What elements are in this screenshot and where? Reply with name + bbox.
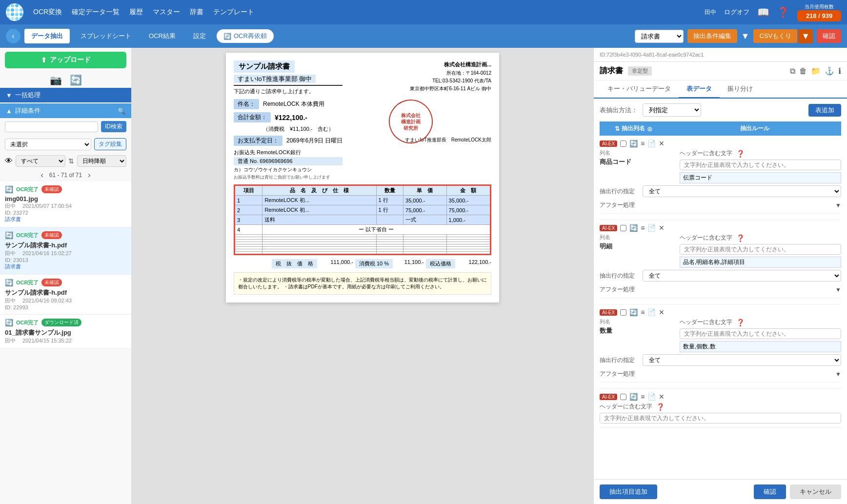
delete-icon-btn[interactable]: 🗑 xyxy=(799,67,807,76)
ai-refresh-btn-1[interactable]: 🔄 xyxy=(629,224,638,232)
id-search-input[interactable] xyxy=(5,121,98,132)
ai-refresh-btn-3[interactable]: 🔄 xyxy=(629,393,638,401)
extract-select-2[interactable]: 全て xyxy=(643,354,841,366)
tab-distribution[interactable]: 振り分け xyxy=(720,81,761,99)
ai-close-btn-1[interactable]: ✕ xyxy=(659,224,665,232)
info-icon-btn[interactable]: ℹ xyxy=(838,66,841,76)
ai-close-btn-2[interactable]: ✕ xyxy=(659,308,665,316)
nav-history[interactable]: 履歴 xyxy=(129,8,143,17)
tab-ocr-result[interactable]: OCR結果 xyxy=(142,29,182,43)
page-next-btn[interactable]: › xyxy=(88,171,90,180)
ai-checkbox-3[interactable] xyxy=(620,394,626,400)
tab-spreadsheet[interactable]: スプレッドシート xyxy=(74,29,138,43)
ai-doc-btn-2[interactable]: 📄 xyxy=(647,308,656,316)
id-search-btn[interactable]: ID検索 xyxy=(101,121,126,132)
nav-template[interactable]: テンプレート xyxy=(213,8,254,17)
tab-table-data[interactable]: 表データ xyxy=(679,81,720,99)
doc-page: サンプル請求書 すまいIoT推進事業部 御中 下記の通りご請求申し上げます。 件… xyxy=(226,53,499,302)
table-row: 2 RemoteLOCK 初... 1 行 75,000.- 75,000.- xyxy=(235,205,491,215)
anchor-icon-btn[interactable]: ⚓ xyxy=(825,66,834,76)
add-extract-btn[interactable]: 抽出項目追加 xyxy=(600,484,657,499)
edit-condition-dropdown[interactable]: ▼ xyxy=(741,31,750,41)
view-all-select[interactable]: すべて xyxy=(16,155,65,167)
nav-ocr[interactable]: OCR変換 xyxy=(33,8,62,17)
ai-refresh-btn-2[interactable]: 🔄 xyxy=(629,308,638,316)
col-name-0: 商品コード xyxy=(600,158,678,166)
help-btn-1[interactable]: ❓ xyxy=(736,234,745,242)
refresh-icon-btn[interactable]: 🔄 xyxy=(70,74,82,86)
add-col-btn[interactable]: ⊕ xyxy=(647,125,653,133)
header-input-0[interactable] xyxy=(680,160,841,170)
doc-name-3: サンプル請求書-h.pdf xyxy=(5,288,126,297)
doc-item[interactable]: 🔄 OCR完了 未確認 img001.jpg 田中 2021/05/07 17:… xyxy=(0,181,131,227)
extract-select-1[interactable]: 全て xyxy=(643,270,841,282)
ai-list-btn-0[interactable]: ≡ xyxy=(641,140,645,147)
ai-list-btn-3[interactable]: ≡ xyxy=(641,393,645,401)
right-tabs: キー・バリューデータ 表データ 振り分け xyxy=(594,81,847,99)
invoice-bank-kana: カ）コウゾウケイカクケンキュウシ xyxy=(234,166,343,173)
logo xyxy=(6,3,23,21)
template-selector[interactable]: 請求書 xyxy=(635,30,684,43)
after-process-0[interactable]: アフター処理 ▼ xyxy=(600,199,841,211)
help-btn-2[interactable]: ❓ xyxy=(736,319,745,326)
edit-condition-btn[interactable]: 抽出条件編集 xyxy=(687,29,737,43)
help-btn-3[interactable]: ❓ xyxy=(656,403,665,411)
header-input-1[interactable] xyxy=(680,244,841,255)
doc-id: ID: 23272 xyxy=(5,210,126,216)
sort-select[interactable]: 日時降順 xyxy=(77,155,127,167)
ai-close-btn-3[interactable]: ✕ xyxy=(659,393,665,401)
logout-btn[interactable]: ログオフ xyxy=(724,8,749,17)
page-prev-btn[interactable]: ‹ xyxy=(40,171,43,180)
after-process-1[interactable]: アフター処理 ▼ xyxy=(600,283,841,296)
book-icon[interactable]: 📖 xyxy=(757,6,769,18)
ai-checkbox-0[interactable] xyxy=(620,141,626,147)
csv-btn[interactable]: CSVもくり xyxy=(753,29,797,43)
upload-btn[interactable]: ⬆ アップロード xyxy=(5,52,126,68)
ai-refresh-btn-0[interactable]: 🔄 xyxy=(629,140,638,147)
col-name-label-2: 列名 xyxy=(600,318,678,325)
footer-cancel-btn[interactable]: キャンセル xyxy=(790,484,841,499)
add-table-btn[interactable]: 表追加 xyxy=(808,104,841,117)
ai-close-btn-0[interactable]: ✕ xyxy=(659,140,665,147)
status-select[interactable]: 未選択 xyxy=(5,139,91,150)
extract-method-select[interactable]: 列指定 xyxy=(643,103,701,117)
nav-master[interactable]: マスター xyxy=(153,8,180,17)
tab-data-extract[interactable]: データ抽出 xyxy=(24,29,70,43)
tab-key-value[interactable]: キー・バリューデータ xyxy=(600,81,679,99)
doc-meta-4: 田中 2021/04/15 15:35:22 xyxy=(5,337,126,344)
confirm-btn[interactable]: 確認 xyxy=(817,29,841,43)
header-input-3[interactable] xyxy=(600,413,841,423)
ai-checkbox-1[interactable] xyxy=(620,225,626,231)
header-input-2[interactable] xyxy=(680,328,841,339)
help-btn-0[interactable]: ❓ xyxy=(736,150,745,158)
ai-doc-btn-3[interactable]: 📄 xyxy=(647,393,656,401)
help-icon[interactable]: ❓ xyxy=(777,6,789,18)
folder-icon-btn[interactable]: 📁 xyxy=(811,66,821,76)
ai-list-btn-1[interactable]: ≡ xyxy=(641,224,645,232)
doc-item-4[interactable]: 🔄 OCR完了 ダウンロード済 01_請求書サンプル.jpg 田中 2021/0… xyxy=(0,315,131,349)
table-row: 1 RemoteLOCK 初... 1 行 35,000.- 35,000.- xyxy=(235,196,491,205)
tag-filter-btn[interactable]: タグ絞集 xyxy=(94,138,126,150)
ai-list-btn-2[interactable]: ≡ xyxy=(641,308,645,316)
doc-name-4: 01_請求書サンプル.jpg xyxy=(5,328,126,337)
ai-checkbox-2[interactable] xyxy=(620,309,626,316)
doc-item-selected[interactable]: 🔄 OCR完了 未確認 サンプル請求書-h.pdf 田中 2021/04/16 … xyxy=(0,227,131,275)
nav-confirmed-data[interactable]: 確定データ一覧 xyxy=(72,8,120,17)
bulk-section[interactable]: ▼ 一括処理 xyxy=(0,88,131,102)
copy-icon-btn[interactable]: ⧉ xyxy=(790,67,795,76)
tab-settings[interactable]: 設定 xyxy=(186,29,213,43)
extract-select-0[interactable]: 全て xyxy=(643,185,841,197)
ai-doc-btn-1[interactable]: 📄 xyxy=(647,224,656,232)
template-name-row: 請求書 非定型 ⧉ 🗑 📁 ⚓ ℹ xyxy=(594,62,847,81)
nav-dictionary[interactable]: 辞書 xyxy=(190,8,203,17)
footer-confirm-btn[interactable]: 確認 xyxy=(754,484,786,499)
back-btn[interactable]: ‹ xyxy=(6,29,20,43)
ocr-redo-btn[interactable]: 🔄OCR再依頼 xyxy=(217,29,274,43)
after-process-2[interactable]: アフター処理 ▼ xyxy=(600,368,841,380)
extract-method-label: 表抽出方法： xyxy=(600,106,638,115)
doc-item-3[interactable]: 🔄 OCR完了 未確認 サンプル請求書-h.pdf 田中 2021/04/16 … xyxy=(0,275,131,315)
csv-dropdown[interactable]: ▼ xyxy=(798,29,813,43)
detail-section[interactable]: ▲ 詳細条件 🔍 xyxy=(0,103,131,118)
ai-doc-btn-0[interactable]: 📄 xyxy=(647,140,656,147)
camera-icon-btn[interactable]: 📷 xyxy=(50,74,62,86)
